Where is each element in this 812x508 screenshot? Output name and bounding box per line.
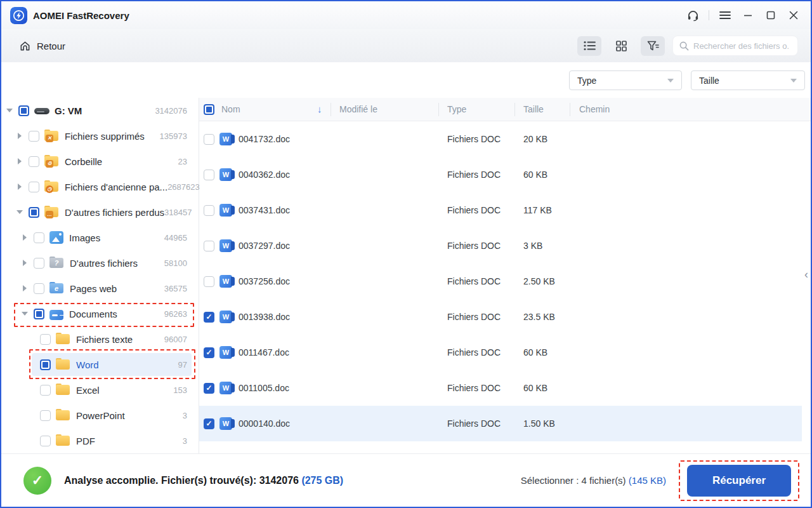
file-name: 0011005.doc	[239, 383, 447, 393]
filter-icon	[647, 41, 659, 51]
collapse-arrow-icon[interactable]	[6, 107, 13, 114]
column-header-modifie[interactable]: Modifié le	[339, 98, 377, 121]
sidebar-item-autres-fichiers-perdus[interactable]: D'autres fichiers perdus 318457	[1, 199, 198, 225]
size-filter-dropdown[interactable]: Taille	[691, 70, 805, 90]
sidebar-item-corbeille[interactable]: Corbeille 23	[1, 149, 198, 174]
scan-status-size: (275 GB)	[301, 475, 343, 486]
recover-button[interactable]: Récupérer	[687, 465, 791, 497]
collapse-arrow-icon[interactable]	[22, 311, 28, 317]
row-checkbox[interactable]	[204, 134, 214, 145]
collapse-arrow-icon[interactable]	[16, 209, 23, 215]
tree-checkbox[interactable]	[18, 105, 29, 116]
tree-checkbox[interactable]	[40, 385, 51, 396]
table-row[interactable]: 0011005.doc Fichiers DOC 60 KB	[199, 370, 802, 406]
row-checkbox[interactable]	[204, 170, 214, 180]
selection-count-label: Sélectionner : 4 fichier(s)	[521, 475, 626, 486]
tree-item-count: 3142076	[155, 106, 187, 116]
expand-arrow-icon[interactable]	[16, 158, 23, 164]
grid-view-button[interactable]	[609, 36, 633, 56]
sidebar-item-documents[interactable]: Documents 96263	[1, 301, 198, 326]
tree-item-count: 135973	[160, 131, 187, 141]
table-row[interactable]: 0011467.doc Fichiers DOC 60 KB	[199, 335, 802, 370]
tree-checkbox[interactable]	[34, 232, 44, 243]
sidebar-item-images[interactable]: Images 44965	[1, 225, 198, 250]
sidebar-item-excel[interactable]: Excel 153	[1, 377, 198, 403]
filter-bar: Type Taille	[1, 62, 811, 98]
word-doc-icon	[219, 239, 232, 252]
tree-checkbox[interactable]	[40, 359, 51, 370]
tree-checkbox[interactable]	[34, 258, 44, 269]
column-header-chemin[interactable]: Chemin	[579, 98, 610, 121]
sort-desc-icon[interactable]: ↓	[317, 98, 322, 121]
tree-item-count: 96007	[164, 335, 187, 344]
status-footer: Analyse accomplie. Fichier(s) trouvé(s):…	[1, 453, 811, 507]
tree-checkbox[interactable]	[34, 309, 44, 319]
type-filter-dropdown[interactable]: Type	[569, 70, 682, 90]
scan-status-label: Analyse accomplie. Fichier(s) trouvé(s):…	[64, 475, 299, 486]
row-checkbox[interactable]	[204, 383, 214, 394]
tree-checkbox[interactable]	[40, 334, 51, 345]
panel-collapse-chevron-icon[interactable]: ‹	[804, 268, 808, 281]
tree-item-count: 3	[183, 411, 187, 420]
sidebar-item-word[interactable]: Word 97	[1, 352, 198, 377]
tree-item-label: PowerPoint	[76, 410, 125, 421]
file-name: 0037256.doc	[239, 276, 447, 286]
close-button[interactable]	[784, 6, 803, 25]
expand-arrow-icon[interactable]	[22, 285, 28, 291]
row-checkbox[interactable]	[204, 312, 214, 323]
tree-item-label: Word	[76, 359, 99, 370]
table-row[interactable]: 0037297.doc Fichiers DOC 3 KB	[199, 228, 802, 264]
tree-checkbox[interactable]	[40, 436, 51, 446]
column-header-type[interactable]: Type	[447, 98, 466, 121]
sidebar-item-ancienne-partition[interactable]: Fichiers d'ancienne pa... 2687623	[1, 174, 198, 199]
table-row[interactable]: 0013938.doc Fichiers DOC 23.5 KB	[199, 299, 802, 335]
file-size: 23.5 KB	[523, 312, 555, 322]
file-size: 60 KB	[523, 170, 547, 180]
tree-checkbox[interactable]	[29, 156, 39, 167]
expand-arrow-icon[interactable]	[22, 260, 28, 266]
select-all-checkbox[interactable]	[204, 104, 214, 115]
support-headset-button[interactable]	[683, 6, 702, 25]
file-name: 0011467.doc	[239, 347, 447, 358]
sidebar-item-pages-web[interactable]: e Pages web 36575	[1, 276, 198, 301]
main-menu-button[interactable]	[716, 6, 735, 25]
tree-checkbox[interactable]	[29, 207, 39, 218]
row-checkbox[interactable]	[204, 276, 214, 287]
row-checkbox[interactable]	[204, 241, 214, 251]
table-row[interactable]: 0040362.doc Fichiers DOC 60 KB	[199, 157, 802, 192]
table-row[interactable]: 0037431.doc Fichiers DOC 117 KB	[199, 192, 802, 228]
file-type: Fichiers DOC	[447, 134, 523, 144]
search-input[interactable]	[693, 41, 789, 51]
expand-arrow-icon[interactable]	[16, 133, 23, 139]
column-header-taille[interactable]: Taille	[523, 98, 544, 121]
maximize-button[interactable]	[761, 6, 780, 25]
table-row[interactable]: 0041732.doc Fichiers DOC 20 KB	[199, 121, 802, 157]
tree-item-count: 153	[173, 385, 187, 395]
list-view-button[interactable]	[577, 36, 601, 56]
sidebar-item-pdf[interactable]: PDF 3	[1, 428, 198, 453]
row-checkbox[interactable]	[204, 205, 214, 216]
sidebar-item-autres-fichiers[interactable]: ? D'autres fichiers 58100	[1, 250, 198, 276]
minimize-button[interactable]	[738, 6, 757, 25]
sidebar-item-fichiers-supprimes[interactable]: Fichiers supprimés 135973	[1, 123, 198, 149]
sidebar-item-fichiers-texte[interactable]: Fichiers texte 96007	[1, 326, 198, 352]
column-header-nom[interactable]: Nom	[221, 98, 240, 121]
tree-checkbox[interactable]	[34, 283, 44, 294]
folder-icon	[56, 333, 70, 345]
list-view-icon	[584, 41, 596, 51]
tree-checkbox[interactable]	[29, 182, 39, 192]
tree-item-label: G: VM	[55, 105, 82, 116]
table-row-selected[interactable]: 0000140.doc Fichiers DOC 1.50 KB	[199, 406, 802, 441]
row-checkbox[interactable]	[204, 347, 214, 358]
expand-arrow-icon[interactable]	[22, 234, 28, 241]
search-icon	[679, 41, 689, 51]
back-home-button[interactable]: Retour	[19, 40, 65, 52]
sidebar-item-powerpoint[interactable]: PowerPoint 3	[1, 403, 198, 428]
expand-arrow-icon[interactable]	[16, 184, 23, 190]
sidebar-item-drive-g[interactable]: G: VM 3142076	[1, 98, 198, 123]
row-checkbox[interactable]	[204, 418, 214, 429]
tree-checkbox[interactable]	[29, 131, 39, 142]
tree-checkbox[interactable]	[40, 410, 51, 421]
table-row[interactable]: 0037256.doc Fichiers DOC 2.50 KB	[199, 264, 802, 299]
filter-button[interactable]	[641, 36, 665, 56]
